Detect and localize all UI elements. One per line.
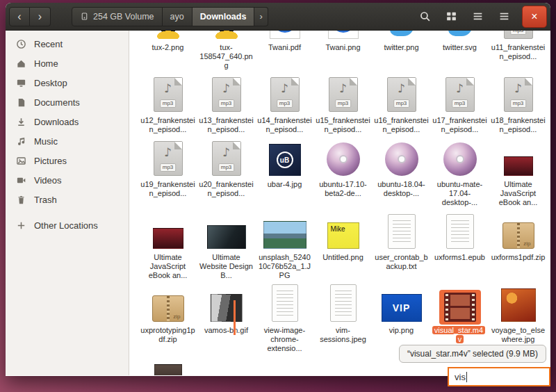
file-item-unsplash-524010c76b52a-1-jpg[interactable]: unsplash_524010c76b52a_1.JPG: [256, 213, 313, 280]
sidebar-item-music[interactable]: Music: [6, 131, 129, 151]
file-icon-background: ♪mp3: [207, 138, 246, 179]
file-item-vamos-bn-gif[interactable]: vamos-bn.gif: [197, 286, 255, 353]
file-icon-area: [322, 140, 365, 179]
sidebar-item-recent[interactable]: Recent: [6, 34, 129, 54]
file-item-u16-frankenstein-episod[interactable]: ♪mp3u16_frankenstein_episod...: [373, 76, 430, 134]
file-item-tux-158547-640-png[interactable]: tux-158547_640.png: [197, 31, 255, 70]
path-segment-downloads[interactable]: Downloads: [193, 7, 255, 26]
file-name: vim-sessions.jpeg: [316, 326, 371, 344]
music-note-glyph: ♪: [446, 81, 474, 95]
file-item-u12-frankenstein-episod[interactable]: ♪mp3u12_frankenstein_episod...: [139, 76, 197, 134]
file-icon-background: [496, 286, 541, 325]
video-icon: [16, 175, 26, 186]
lines-icon: [472, 10, 484, 22]
sidebar-item-desktop[interactable]: Desktop: [6, 73, 129, 92]
file-item-uxprototyping1pdf-zip[interactable]: zipuxprototyping1pdf.zip: [139, 286, 197, 353]
file-icon-area: [207, 31, 246, 42]
music-note-glyph: ♪: [213, 81, 240, 95]
home-icon: [16, 58, 26, 69]
sidebar-item-label: Home: [34, 58, 58, 69]
navigation-buttons: ‹ ›: [9, 7, 51, 26]
search-icon: [419, 10, 431, 22]
file-item-view-image-chrome-extensio[interactable]: view-image-chrome-extensio...: [256, 286, 313, 353]
file-item-u15-frankenstein-episod[interactable]: ♪mp3u15_frankenstein_episod...: [314, 76, 372, 134]
file-name: ubar-4.jpg: [268, 180, 302, 189]
file-icon-area: Mike: [322, 213, 364, 252]
file-item-vim-sessions-jpeg[interactable]: vim-sessions.jpeg: [314, 286, 372, 353]
file-item-uxforms1-epub[interactable]: uxforms1.epub: [431, 213, 489, 280]
music-note-glyph: ♪: [505, 81, 532, 95]
file-item-ubar-4-jpg[interactable]: uBubar-4.jpg: [256, 140, 313, 207]
typeahead-search-popup[interactable]: vis: [448, 367, 550, 386]
mp3-file-icon: ♪mp3: [270, 77, 300, 112]
sidebar-item-pictures[interactable]: Pictures: [6, 151, 129, 170]
file-item-u20-frankenstein-episod[interactable]: ♪mp3u20_frankenstein_episod...: [197, 140, 255, 207]
file-item-twani-pdf[interactable]: Twani.pdf: [256, 31, 313, 70]
header-actions: [416, 8, 515, 25]
file-item-ubuntu-mate-17-04-desktop[interactable]: ubuntu-mate-17.04-desktop-...: [431, 140, 489, 207]
file-icon-area: [149, 31, 188, 42]
file-item-u17-frankenstein-episod[interactable]: ♪mp3u17_frankenstein_episod...: [431, 76, 489, 134]
file-item-u18-frankenstein-episod[interactable]: ♪mp3u18_frankenstein_episod...: [489, 76, 547, 134]
file-item-vip-png[interactable]: VIPvip.png: [373, 286, 430, 353]
file-item-u11-frankenstein-episod[interactable]: ♪mp3u11_frankenstein_episod...: [489, 31, 547, 70]
file-icon-area: ♪mp3: [149, 76, 188, 115]
file-item-uxforms1pdf-zip[interactable]: zipuxforms1pdf.zip: [489, 213, 547, 280]
file-name: ubuntu-18.04-desktop-...: [374, 180, 430, 198]
file-icon-background: ♪mp3: [207, 74, 246, 115]
file-item-u14-frankenstein-episod[interactable]: ♪mp3u14_frankenstein_episod...: [256, 76, 313, 134]
sidebar-item-other-locations[interactable]: Other Locations: [6, 215, 129, 235]
image-thumbnail: Mike: [327, 222, 359, 249]
file-item-ultimate-javascript-ebook-an[interactable]: Ultimate JavaScript eBook an...: [139, 213, 197, 280]
file-item-voyage-to-elsewhere-jpg[interactable]: voyage_to_elsewhere.jpg: [489, 286, 547, 353]
file-icon-background: VIP: [377, 291, 427, 325]
clock-icon: [16, 39, 26, 49]
file-item-ultimate-javascript-ebook-an[interactable]: Ultimate JavaScript eBook an...: [489, 140, 547, 207]
file-item-untitled-png[interactable]: MikeUntitled.png: [314, 213, 372, 280]
file-icon-background: ♪mp3: [149, 138, 188, 179]
file-item-u19-frankenstein-episod[interactable]: ♪mp3u19_frankenstein_episod...: [139, 140, 197, 207]
file-icon-background: uB: [264, 141, 306, 179]
file-icon-area: [265, 31, 305, 42]
file-item-visual-star-m4v[interactable]: visual_star.m4v: [431, 286, 489, 353]
file-item-user-crontab-backup-txt[interactable]: user_crontab_backup.txt: [373, 213, 430, 280]
view-options-button[interactable]: [469, 8, 486, 25]
music-note-glyph: ♪: [213, 145, 240, 159]
sidebar-item-home[interactable]: Home: [6, 54, 129, 73]
sidebar-item-videos[interactable]: Videos: [6, 170, 129, 190]
file-item-ultimate-website-design-b[interactable]: Ultimate Website Design B...: [197, 213, 255, 280]
file-item-twitter-png[interactable]: twitter.png: [373, 31, 430, 70]
file-item-ubuntu-17-10-beta2-de[interactable]: ubuntu-17.10-beta2-de...: [314, 140, 372, 207]
file-item-u13-frankenstein-episod[interactable]: ♪mp3u13_frankenstein_episod...: [197, 76, 255, 134]
mp3-file-icon: ♪mp3: [154, 141, 183, 176]
file-icon-area: [148, 213, 188, 252]
file-name: u15_frankenstein_episod...: [316, 116, 371, 134]
music-note-glyph: ♪: [329, 81, 357, 95]
file-icon-area: [439, 286, 481, 325]
forward-button[interactable]: ›: [30, 7, 51, 26]
file-icon-background: [383, 211, 420, 252]
sidebar-item-documents[interactable]: Documents: [6, 92, 129, 112]
close-window-button[interactable]: ×: [522, 6, 547, 28]
path-segment-ayo[interactable]: ayo: [163, 7, 193, 26]
path-expander-button[interactable]: ›: [254, 7, 268, 26]
app-menu-button[interactable]: [496, 8, 512, 25]
file-name: tux-158547_640.png: [199, 43, 254, 70]
path-segment-254-gb-volume[interactable]: 254 GB Volume: [72, 7, 163, 26]
view-grid-button[interactable]: [443, 8, 459, 25]
file-item-ubuntu-18-04-desktop[interactable]: ubuntu-18.04-desktop-...: [373, 140, 430, 207]
file-item-partial[interactable]: [139, 359, 197, 375]
file-item-tux-2-png[interactable]: tux-2.png: [139, 31, 197, 70]
image-thumbnail: [504, 156, 533, 176]
file-item-twitter-svg[interactable]: twitter.svg: [431, 31, 489, 70]
search-button[interactable]: [416, 8, 433, 25]
sidebar-item-trash[interactable]: Trash: [6, 190, 129, 209]
file-icon-background: [381, 31, 423, 42]
mp3-file-icon: ♪mp3: [504, 31, 533, 39]
file-icon-area: [323, 31, 363, 42]
sidebar-item-downloads[interactable]: Downloads: [6, 112, 129, 131]
file-icon-background: [499, 154, 538, 179]
file-item-twani-png[interactable]: Twani.png: [314, 31, 372, 70]
file-icon-background: [322, 140, 365, 179]
back-button[interactable]: ‹: [9, 7, 30, 26]
